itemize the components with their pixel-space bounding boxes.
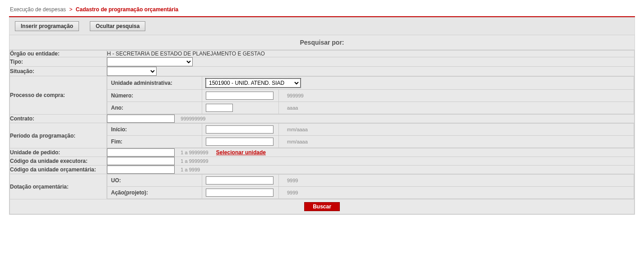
cod-orcamentaria-input[interactable] bbox=[107, 166, 175, 174]
contrato-label: Contrato: bbox=[10, 115, 107, 123]
breadcrumb-root: Execução de despesas bbox=[10, 6, 66, 13]
tipo-label: Tipo: bbox=[10, 57, 107, 67]
insert-programacao-button[interactable]: Inserir programação bbox=[15, 21, 79, 31]
ano-hint: aaaa bbox=[283, 105, 298, 111]
situacao-label: Situação: bbox=[10, 67, 107, 76]
dotacao-label: Dotação orçamentária: bbox=[10, 174, 107, 199]
contrato-input[interactable] bbox=[107, 115, 175, 123]
acao-hint: 9999 bbox=[283, 190, 298, 195]
buscar-button[interactable]: Buscar bbox=[304, 202, 340, 211]
numero-hint: 999999 bbox=[283, 93, 304, 98]
uo-input[interactable] bbox=[206, 176, 273, 185]
unidade-admin-label: Unidade administrativa: bbox=[107, 77, 202, 90]
cod-executora-input[interactable] bbox=[107, 157, 175, 165]
breadcrumb-separator: > bbox=[67, 6, 74, 13]
search-panel: Pesquisar por: Órgão ou entidade: H - SE… bbox=[9, 35, 635, 215]
cod-executora-label: Código da unidade executora: bbox=[10, 157, 107, 166]
inicio-label: Início: bbox=[107, 124, 202, 136]
processo-compra-label: Processo de compra: bbox=[10, 76, 107, 115]
breadcrumb-current: Cadastro de programação orçamentária bbox=[76, 6, 178, 13]
acao-label: Ação(projeto): bbox=[107, 187, 202, 199]
cod-executora-hint: 1 a 9999999 bbox=[176, 158, 208, 164]
cod-orcamentaria-hint: 1 a 9999 bbox=[176, 167, 200, 172]
inicio-input[interactable] bbox=[206, 125, 273, 134]
hide-search-button[interactable]: Ocultar pesquisa bbox=[90, 21, 145, 31]
ano-label: Ano: bbox=[107, 102, 202, 114]
unidade-pedido-hint: 1 a 9999999 bbox=[176, 150, 208, 155]
cod-orcamentaria-label: Código da unidade orçamentária: bbox=[10, 166, 107, 174]
fim-label: Fim: bbox=[107, 136, 202, 148]
orgao-value: H - SECRETARIA DE ESTADO DE PLANEJAMENTO… bbox=[107, 51, 635, 57]
numero-label: Número: bbox=[107, 90, 202, 102]
orgao-label: Órgão ou entidade: bbox=[10, 51, 107, 57]
unidade-admin-select[interactable]: 1501900 - UNID. ATEND. SIAD bbox=[206, 78, 301, 88]
uo-label: UO: bbox=[107, 175, 202, 187]
fim-input[interactable] bbox=[206, 138, 273, 146]
ano-input[interactable] bbox=[206, 104, 233, 112]
contrato-hint: 999999999 bbox=[176, 116, 205, 121]
situacao-select[interactable] bbox=[107, 67, 157, 76]
inicio-hint: mm/aaaa bbox=[283, 127, 308, 132]
unidade-pedido-label: Unidade de pedido: bbox=[10, 148, 107, 157]
unidade-pedido-input[interactable] bbox=[107, 148, 175, 157]
periodo-label: Período da programação: bbox=[10, 123, 107, 148]
search-form: Órgão ou entidade: H - SECRETARIA DE EST… bbox=[9, 50, 635, 214]
fim-hint: mm/aaaa bbox=[283, 139, 308, 144]
tipo-select[interactable] bbox=[107, 57, 193, 66]
panel-title: Pesquisar por: bbox=[9, 35, 635, 50]
selecionar-unidade-link[interactable]: Selecionar unidade bbox=[210, 149, 266, 156]
uo-hint: 9999 bbox=[283, 178, 298, 183]
acao-input[interactable] bbox=[206, 189, 273, 197]
breadcrumb: Execução de despesas > Cadastro de progr… bbox=[9, 5, 635, 16]
toolbar: Inserir programação Ocultar pesquisa bbox=[9, 17, 635, 35]
numero-input[interactable] bbox=[206, 92, 273, 100]
